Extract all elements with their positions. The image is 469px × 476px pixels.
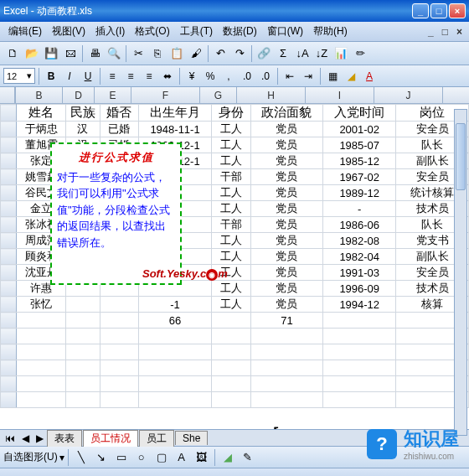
hyperlink-icon[interactable]: 🔗 [255,44,273,63]
cell[interactable] [323,344,396,360]
cell[interactable]: 党员 [250,249,323,265]
column-header[interactable]: I [306,87,374,103]
minimize-button[interactable]: _ [412,3,429,18]
cell[interactable] [139,360,212,376]
doc-restore[interactable]: □ [439,26,451,38]
font-color-icon[interactable]: A [361,68,378,85]
cell[interactable] [139,392,212,408]
cell[interactable]: 于炳忠 [17,122,66,137]
cell[interactable]: 姓名 [17,105,66,122]
cell[interactable] [250,344,323,360]
merge-icon[interactable]: ⬌ [159,68,176,85]
menu-data[interactable]: 数据(D) [218,23,262,40]
align-center-icon[interactable]: ≡ [122,68,139,85]
cell[interactable]: 党员 [250,265,323,281]
cell[interactable]: 身份 [211,105,250,122]
cell[interactable]: 民族 [66,105,100,122]
cell[interactable] [211,360,250,376]
cell[interactable]: 党员 [250,233,323,249]
cell[interactable] [250,329,323,344]
cell[interactable]: 已婚 [100,122,139,137]
sheet-tab[interactable]: 表表 [47,430,82,447]
cell[interactable]: 工人 [211,297,250,313]
textbox-icon[interactable]: ▢ [152,448,171,467]
cell[interactable]: 工人 [211,201,250,217]
menu-window[interactable]: 窗口(W) [262,23,308,40]
cell[interactable]: 1986-06 [323,217,396,233]
cell[interactable] [323,313,396,329]
menu-help[interactable]: 帮助(H) [308,23,353,40]
line-color-icon[interactable]: ✎ [239,448,257,467]
cell[interactable] [66,376,100,392]
cell[interactable] [250,376,323,392]
line-icon[interactable]: ╲ [72,448,90,467]
undo-icon[interactable]: ↶ [211,44,229,63]
column-header[interactable]: F [131,87,200,103]
cell[interactable]: 出生年月 [139,105,212,122]
sheet-tab[interactable]: She [175,431,208,445]
indent-in-icon[interactable]: ⇥ [300,68,317,85]
cell[interactable] [250,392,323,408]
permission-icon[interactable]: 🖂 [61,44,80,63]
cell[interactable]: 1982-04 [323,249,396,265]
column-header[interactable]: H [237,87,306,103]
cell[interactable]: 政治面貌 [250,105,323,122]
cell[interactable] [17,329,66,344]
menu-insert[interactable]: 插入(I) [90,23,130,40]
cell[interactable]: 入党时间 [323,105,396,122]
copy-icon[interactable]: ⎘ [148,44,167,63]
cell[interactable]: 工人 [211,137,250,153]
font-size-select[interactable]: 12▾ [3,68,35,84]
cell[interactable] [66,360,100,376]
rectangle-icon[interactable]: ▭ [112,448,131,467]
cell[interactable] [66,297,100,313]
cell[interactable] [100,297,139,313]
redo-icon[interactable]: ↷ [230,44,249,63]
paste-icon[interactable]: 📋 [168,44,186,63]
cell[interactable]: 2001-02 [323,122,396,137]
comma-icon[interactable]: , [220,68,237,85]
cell[interactable]: 党员 [250,137,323,153]
preview-icon[interactable]: 🔍 [105,44,123,63]
fill-color-icon[interactable]: ◢ [343,68,359,85]
cell[interactable]: 党员 [250,201,323,217]
cell[interactable] [17,344,66,360]
cell[interactable]: 工人 [211,185,250,201]
cell[interactable]: 1967-02 [323,169,396,185]
drawing-icon[interactable]: ✏ [351,44,369,63]
cell[interactable]: 干部 [211,169,250,185]
tab-nav-prev-icon[interactable]: ◀ [18,432,33,444]
autosum-icon[interactable]: Σ [274,44,292,63]
underline-button[interactable]: U [80,68,96,85]
column-header[interactable]: B [16,87,63,103]
sheet-tab[interactable]: 员工 [139,430,174,447]
arrow-icon[interactable]: ↘ [92,448,111,467]
doc-close[interactable]: × [453,26,466,38]
cell[interactable]: - [323,201,396,217]
select-all-corner[interactable] [0,87,15,103]
cell[interactable] [66,329,100,344]
clipart-icon[interactable]: 🖼 [193,448,211,467]
cell[interactable]: 1991-03 [323,265,396,281]
column-header[interactable]: J [374,87,443,103]
cell[interactable] [139,329,212,344]
cell[interactable]: 工人 [211,153,250,169]
cell[interactable] [211,392,250,408]
cell[interactable]: 1985-07 [323,137,396,153]
cell[interactable]: 干部 [211,217,250,233]
cell[interactable] [100,392,139,408]
cell[interactable] [17,313,66,329]
cell[interactable]: 党员 [250,297,323,313]
wordart-icon[interactable]: A [173,448,191,467]
tab-nav-first-icon[interactable]: ⏮ [2,432,18,444]
close-button[interactable]: × [449,3,466,18]
align-right-icon[interactable]: ≡ [141,68,157,85]
new-icon[interactable]: 🗋 [3,44,22,63]
worksheet[interactable]: BDEFGHIJ 姓名民族婚否出生年月身份政治面貌入党时间岗位于炳忠汉已婚194… [0,87,469,429]
chart-icon[interactable]: 📊 [332,44,350,63]
cell[interactable]: 1989-12 [323,185,396,201]
cell[interactable] [66,313,100,329]
scrollbar-thumb[interactable] [456,123,466,190]
column-header[interactable]: G [200,87,237,103]
doc-minimize[interactable]: _ [425,26,437,38]
